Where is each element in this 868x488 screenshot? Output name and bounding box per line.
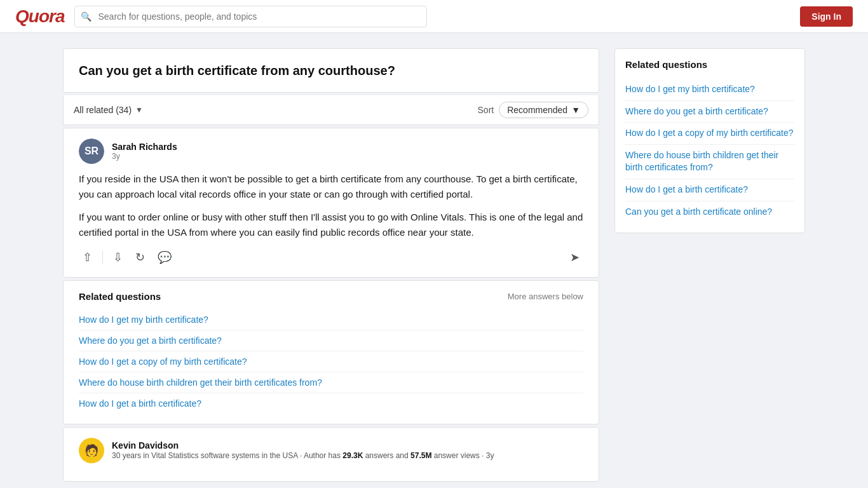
- sidebar-link-1[interactable]: Where do you get a birth certificate?: [625, 101, 794, 123]
- all-related-filter[interactable]: All related (34) ▼: [74, 105, 143, 115]
- answer-text-1: If you reside in the USA then it won't b…: [79, 172, 583, 240]
- sidebar-link-0[interactable]: How do I get my birth certificate?: [625, 79, 794, 101]
- sidebar-link-4[interactable]: How do I get a birth certificate?: [625, 179, 794, 201]
- all-related-label: All related (34): [74, 105, 132, 115]
- author-info-1: Sarah Richards 3y: [112, 142, 177, 161]
- avatar-initials-1: SR: [79, 139, 104, 164]
- author-info-2: Kevin Davidson 30 years in Vital Statist…: [112, 440, 494, 461]
- author-bio-text: 30 years in Vital Statistics software sy…: [112, 451, 341, 460]
- author-bio-2: 30 years in Vital Statistics software sy…: [112, 451, 494, 461]
- author-name-1[interactable]: Sarah Richards: [112, 142, 177, 152]
- more-answers-label: More answers below: [508, 292, 583, 301]
- sidebar-title: Related questions: [625, 59, 794, 70]
- related-inline-title: Related questions: [79, 291, 161, 302]
- answers-label: answers and: [365, 451, 409, 460]
- share-button[interactable]: ↻: [132, 248, 149, 267]
- header: Quora 🔍 Sign In: [0, 0, 868, 33]
- related-inline-link-2[interactable]: How do I get a copy of my birth certific…: [79, 351, 583, 372]
- views-count: 57.5M: [410, 451, 431, 460]
- answers-count: 29.3K: [342, 451, 363, 460]
- downvote-button[interactable]: ⇩: [109, 248, 126, 267]
- views-label: answer views · 3y: [434, 451, 494, 460]
- sign-in-button[interactable]: Sign In: [800, 6, 853, 27]
- related-inline-header: Related questions More answers below: [79, 291, 583, 302]
- main-content: Can you get a birth certificate from any…: [63, 48, 599, 482]
- answer-para-2: If you want to order online or busy with…: [79, 210, 583, 240]
- sort-bar: All related (34) ▼ Sort Recommended ▼: [63, 95, 599, 125]
- related-inline-link-3[interactable]: Where do house birth children get their …: [79, 372, 583, 393]
- sort-chevron-icon: ▼: [571, 105, 580, 115]
- avatar-1: SR: [79, 139, 104, 164]
- quora-logo: Quora: [15, 6, 64, 27]
- upvote-button[interactable]: ⇧: [79, 248, 96, 267]
- sidebar-card: Related questions How do I get my birth …: [614, 48, 805, 233]
- comment-button[interactable]: 💬: [154, 248, 175, 267]
- answer-author-2: 🧑 Kevin Davidson 30 years in Vital Stati…: [79, 438, 583, 463]
- sidebar-link-5[interactable]: Can you get a birth certificate online?: [625, 201, 794, 223]
- answer-actions-1: ⇧ ⇩ ↻ 💬 ➤: [79, 248, 583, 267]
- author-name-2[interactable]: Kevin Davidson: [112, 440, 494, 451]
- related-questions-inline: Related questions More answers below How…: [63, 280, 599, 424]
- page-container: Can you get a birth certificate from any…: [53, 33, 815, 488]
- chevron-down-icon: ▼: [135, 105, 143, 114]
- answer-author-1: SR Sarah Richards 3y: [79, 139, 583, 164]
- avatar-2: 🧑: [79, 438, 104, 463]
- forward-button[interactable]: ➤: [566, 248, 583, 267]
- search-icon: 🔍: [81, 11, 92, 22]
- sort-value: Recommended: [507, 105, 567, 115]
- search-input[interactable]: [74, 6, 427, 27]
- question-title: Can you get a birth certificate from any…: [79, 62, 583, 79]
- sort-label: Sort: [478, 105, 494, 115]
- related-inline-link-0[interactable]: How do I get my birth certificate?: [79, 309, 583, 330]
- sort-right: Sort Recommended ▼: [478, 102, 588, 118]
- search-bar-container: 🔍: [74, 6, 427, 27]
- related-inline-link-4[interactable]: How do I get a birth certificate?: [79, 393, 583, 414]
- related-inline-link-1[interactable]: Where do you get a birth certificate?: [79, 330, 583, 351]
- sidebar-link-3[interactable]: Where do house birth children get their …: [625, 145, 794, 179]
- answer-card-1: SR Sarah Richards 3y If you reside in th…: [63, 128, 599, 278]
- action-divider: [102, 251, 103, 264]
- sort-dropdown[interactable]: Recommended ▼: [499, 102, 588, 118]
- sidebar: Related questions How do I get my birth …: [614, 48, 805, 233]
- question-card: Can you get a birth certificate from any…: [63, 48, 599, 93]
- answer-card-2: 🧑 Kevin Davidson 30 years in Vital Stati…: [63, 427, 599, 482]
- sidebar-link-2[interactable]: How do I get a copy of my birth certific…: [625, 123, 794, 145]
- author-time-1: 3y: [112, 152, 177, 161]
- answer-para-1: If you reside in the USA then it won't b…: [79, 172, 583, 202]
